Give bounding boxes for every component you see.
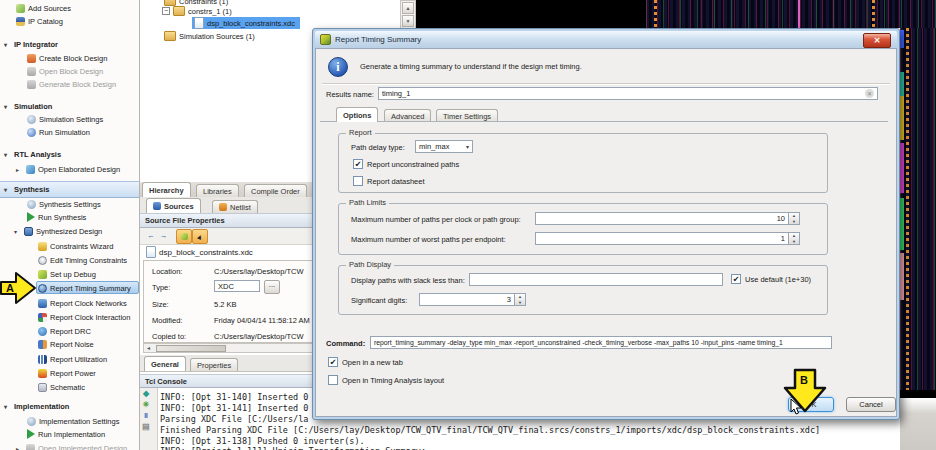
tab-sources[interactable]: Sources <box>146 198 201 213</box>
device-column-marker <box>872 0 875 28</box>
pause-icon[interactable]: ‖ <box>140 410 152 421</box>
device-column-marker <box>654 0 657 28</box>
nav-item-constraints-wizard[interactable]: Constraints Wizard <box>0 240 113 252</box>
nav-section-simulation[interactable]: ▾ Simulation <box>0 100 52 112</box>
checkbox-checked[interactable]: ✔ <box>353 159 363 169</box>
wizard-icon <box>38 242 47 251</box>
gear-icon <box>27 115 36 124</box>
use-default-checkbox-row[interactable]: ✔ Use default (1e+30) <box>731 274 811 284</box>
tree-item-xdc-file[interactable]: dsp_block_constraints.xdc <box>140 17 295 29</box>
dialog-titlebar[interactable]: Report Timing Summary ✕ <box>315 31 897 48</box>
timing-summary-icon <box>38 284 47 293</box>
tab-netlist[interactable]: Netlist <box>212 200 258 213</box>
significant-digits-input[interactable]: 3 <box>419 293 515 306</box>
drc-check-icon <box>38 327 47 336</box>
flow-navigator: Add Sources IP Catalog ▾ IP Integrator C… <box>0 0 140 450</box>
select-pointer-button[interactable]: ▶ <box>192 229 208 244</box>
forward-icon[interactable]: → <box>160 231 168 240</box>
nav-section-ip-integrator[interactable]: ▾ IP Integrator <box>0 38 58 50</box>
scrollbar-thumb[interactable] <box>156 345 226 352</box>
tab-compile-order[interactable]: Compile Order <box>244 184 307 197</box>
max-paths-spinner[interactable]: ▲▼ <box>789 212 800 225</box>
checkbox-unchecked[interactable] <box>353 176 363 186</box>
report-unconstrained-checkbox-row[interactable]: ✔ Report unconstrained paths <box>353 159 459 169</box>
slack-input[interactable] <box>469 273 723 286</box>
nav-section-synthesis[interactable]: ▾ Synthesis <box>0 183 49 195</box>
tab-properties[interactable]: Properties <box>190 358 238 371</box>
collapse-all-icon[interactable]: ◆ <box>140 388 152 399</box>
refresh-button[interactable] <box>176 229 192 244</box>
nav-item-open-block-design[interactable]: Open Block Design <box>0 65 103 77</box>
close-icon[interactable]: ✕ <box>863 33 891 48</box>
type-more-button[interactable]: ... <box>264 280 280 294</box>
nav-item-synthesized-design[interactable]: ▾ Synthesized Design <box>0 225 102 237</box>
nav-item-run-simulation[interactable]: Run Simulation <box>0 126 90 138</box>
collapse-box-icon[interactable]: − <box>162 7 170 15</box>
collapse-triangle-icon: ▾ <box>4 403 11 410</box>
checkbox-checked[interactable]: ✔ <box>328 357 338 367</box>
open-timing-layout-checkbox-row[interactable]: Open in Timing Analysis layout <box>328 375 444 385</box>
tree-item-constrs-1[interactable]: − constrs_1 (1) <box>140 5 232 17</box>
device-segment-yellow <box>900 96 904 140</box>
dialog-description: Generate a timing summary to understand … <box>360 62 582 71</box>
results-name-input[interactable]: timing_1 ✕ <box>378 87 878 100</box>
type-field[interactable]: XDC <box>214 280 260 292</box>
nav-item-report-drc[interactable]: Report DRC <box>0 325 91 337</box>
tree-item-simulation-sources[interactable]: Simulation Sources (1) <box>140 30 255 42</box>
device-view-top[interactable] <box>646 0 936 28</box>
gear-icon <box>27 417 36 426</box>
scroll-left-button[interactable]: ◄ <box>146 345 151 351</box>
nav-item-synthesis-settings[interactable]: Synthesis Settings <box>0 198 101 210</box>
nav-item-open-elaborated-design[interactable]: ▸ Open Elaborated Design <box>0 163 120 175</box>
checkbox-checked[interactable]: ✔ <box>731 274 741 284</box>
report-datasheet-checkbox-row[interactable]: Report datasheet <box>353 176 425 186</box>
open-new-tab-checkbox-row[interactable]: ✔ Open in a new tab <box>328 357 403 367</box>
dialog-tab-options[interactable]: Options <box>336 107 378 122</box>
nav-item-report-utilization[interactable]: Report Utilization <box>0 353 107 365</box>
scroll-up-button[interactable]: ▲ <box>402 2 414 14</box>
nav-item-ip-catalog[interactable]: IP Catalog <box>0 15 63 27</box>
cancel-button[interactable]: Cancel <box>846 397 896 412</box>
scroll-down-button[interactable]: ▼ <box>402 15 414 27</box>
nav-item-run-synthesis[interactable]: Run Synthesis <box>0 211 86 223</box>
tab-general[interactable]: General <box>144 356 186 371</box>
command-field[interactable]: report_timing_summary -delay_type min_ma… <box>370 336 832 349</box>
modified-label: Modified: <box>152 316 182 325</box>
nav-item-schematic[interactable]: Schematic <box>0 381 85 393</box>
nav-item-run-implementation[interactable]: Run Implementation <box>0 428 105 440</box>
tab-hierarchy[interactable]: Hierarchy <box>142 182 191 197</box>
path-delay-type-dropdown[interactable]: min_max ▾ <box>415 140 473 153</box>
size-label: Size: <box>152 300 169 309</box>
nav-item-open-implemented-design[interactable]: ▸ Open Implemented Design <box>0 442 127 450</box>
significant-digits-spinner[interactable]: ▲▼ <box>515 293 526 306</box>
properties-file-name: dsp_block_constraints.xdc <box>140 246 253 258</box>
clear-icon[interactable]: ✕ <box>865 89 874 98</box>
tab-libraries[interactable]: Libraries <box>196 184 239 197</box>
nav-item-edit-timing-constraints[interactable]: Edit Timing Constraints <box>0 254 127 266</box>
scroll-lock-icon[interactable]: ✳ <box>140 399 152 410</box>
nav-item-generate-block-design[interactable]: Generate Block Design <box>0 78 116 90</box>
window-corner <box>900 398 936 450</box>
nav-item-implementation-settings[interactable]: Implementation Settings <box>0 415 119 427</box>
console-line: INFO: [Opt 31-138] Pushed 0 inverter(s). <box>160 436 365 446</box>
results-name-label: Results name: <box>326 90 374 99</box>
back-icon[interactable]: ← <box>147 231 155 240</box>
worst-paths-spinner[interactable]: ▲▼ <box>789 232 800 245</box>
nav-item-create-block-design[interactable]: Create Block Design <box>0 52 107 64</box>
nav-section-rtl-analysis[interactable]: ▾ RTL Analysis <box>0 148 61 160</box>
nav-item-simulation-settings[interactable]: Simulation Settings <box>0 113 103 125</box>
nav-item-report-power[interactable]: Report Power <box>0 367 96 379</box>
nav-item-report-clock-interaction[interactable]: Report Clock Interaction <box>0 311 130 323</box>
device-segment-green <box>900 198 904 250</box>
max-paths-input[interactable]: 10 <box>535 212 789 225</box>
nav-section-implementation[interactable]: ▾ Implementation <box>0 400 69 412</box>
log-icon[interactable]: ▤ <box>140 421 152 432</box>
device-view-right[interactable] <box>900 28 936 390</box>
checkbox-unchecked[interactable] <box>328 375 338 385</box>
tcl-console-toolbar: ◆ ✳ ‖ ▤ <box>140 388 158 450</box>
nav-item-report-noise[interactable]: Report Noise <box>0 338 94 350</box>
worst-paths-input[interactable]: 1 <box>535 232 789 245</box>
folder-icon <box>173 6 185 16</box>
nav-item-add-sources[interactable]: Add Sources <box>0 2 71 14</box>
device-view-blank[interactable] <box>416 0 646 28</box>
